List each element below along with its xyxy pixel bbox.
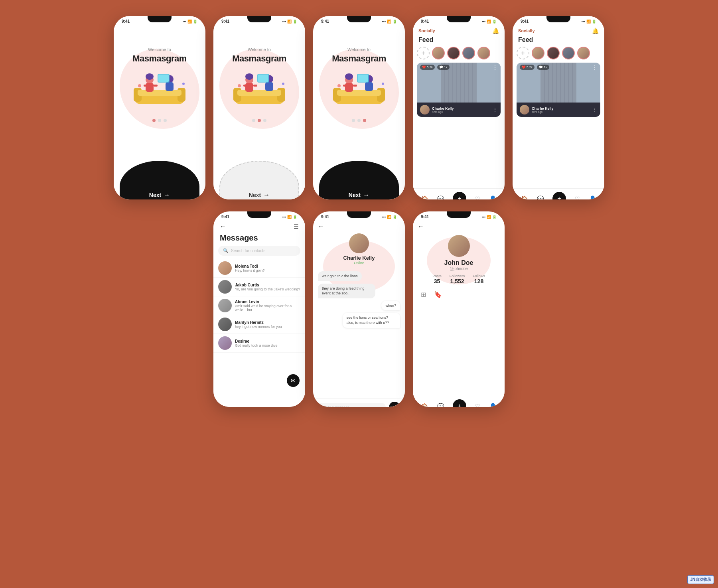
story-avatar-7[interactable] xyxy=(562,47,575,59)
contact-item-0[interactable]: Molena Todi Hey, how's it goin? xyxy=(213,259,305,278)
back-button-chat[interactable]: ← xyxy=(318,223,324,230)
phone-onboarding-1: 9:41 ▪▪▪ 📶 🔋 Welcome to Masmasgram xyxy=(114,16,205,199)
user-card-menu-2[interactable]: ⋮ xyxy=(592,107,597,112)
signal-icon-4: ▪▪▪ xyxy=(481,20,485,24)
next-arrow-1: → xyxy=(164,191,170,199)
status-bar-7: 9:41 ▪▪▪ 📶 🔋 xyxy=(313,211,405,221)
feed-screen-1: Socially 🔔 Feed + xyxy=(413,25,505,199)
status-icons-3: ▪▪▪ 📶 🔋 xyxy=(382,20,397,24)
wifi-icon-3: 📶 xyxy=(387,20,391,24)
svg-point-28 xyxy=(238,84,241,87)
home-icon-2[interactable]: 🏠 xyxy=(521,195,528,199)
phone-messages: 9:41 ▪▪▪ 📶 🔋 ← ☰ Messages 🔍 Search for c… xyxy=(213,211,305,407)
story-avatar-5[interactable] xyxy=(532,47,544,59)
home-icon-profile[interactable]: 🏠 xyxy=(421,403,428,407)
chat-header: ← xyxy=(313,221,405,232)
profile-icon-1[interactable]: 👤 xyxy=(489,195,496,199)
chat-input[interactable]: Write a message... xyxy=(318,403,386,407)
heart-icon-1[interactable]: ♡ xyxy=(475,195,480,199)
contact-item-3[interactable]: Marilyn Hernitz hey, I got new memes for… xyxy=(213,315,305,334)
chat-icon-1[interactable]: 💬 xyxy=(437,195,444,199)
onboarding-bottom-3: Next → xyxy=(313,161,405,199)
story-avatar-8[interactable] xyxy=(577,47,590,59)
dot-2 xyxy=(158,119,161,122)
status-bar-1: 9:41 ▪▪▪ 📶 🔋 xyxy=(114,16,205,25)
center-add-btn-2[interactable]: + xyxy=(552,192,566,199)
bell-icon-1[interactable]: 🔔 xyxy=(492,28,499,34)
contact-preview-2: Amir said we'd be staying over for a whi… xyxy=(235,304,300,312)
dots-2 xyxy=(252,119,266,122)
story-avatar-1[interactable] xyxy=(432,47,445,59)
heart-icon-profile[interactable]: ♡ xyxy=(475,403,480,407)
next-label-3: Next xyxy=(349,192,361,198)
messages-header: ← ☰ xyxy=(213,221,305,232)
story-avatar-4[interactable] xyxy=(477,47,490,59)
chat-icon-2[interactable]: 💬 xyxy=(537,195,544,199)
back-button-profile[interactable]: ← xyxy=(418,223,424,230)
svg-rect-5 xyxy=(146,83,154,92)
contact-item-4[interactable]: Desirae Got really took a nose dive xyxy=(213,334,305,353)
signal-icon-5: ▪▪▪ xyxy=(581,20,585,24)
bell-icon-2[interactable]: 🔔 xyxy=(592,28,599,34)
contact-item-1[interactable]: Jakob Curtis Yo, are you going to the Ja… xyxy=(213,278,305,296)
status-bar-3: 9:41 ▪▪▪ 📶 🔋 xyxy=(313,16,405,25)
heart-icon-2[interactable]: ♡ xyxy=(575,195,580,199)
illustration-3 xyxy=(327,68,391,112)
tab-bookmark[interactable]: 🔖 xyxy=(434,288,442,301)
post-menu-2[interactable]: ⋮ xyxy=(592,65,597,70)
wifi-icon-2: 📶 xyxy=(287,20,292,24)
feed-post-2: ❤️ 5.2k 💬 1k ⋮ Charlie Kelly 4hrs ago ⋮ xyxy=(517,63,600,117)
next-button-1[interactable]: Next → xyxy=(149,191,170,199)
profile-icon-2[interactable]: 👤 xyxy=(589,195,596,199)
contact-avatar-4 xyxy=(218,336,232,350)
next-label-2: Next xyxy=(249,192,261,198)
hamburger-icon[interactable]: ☰ xyxy=(294,223,299,230)
svg-rect-20 xyxy=(245,83,253,92)
home-icon-1[interactable]: 🏠 xyxy=(421,195,428,199)
chat-icon-profile[interactable]: 💬 xyxy=(437,403,444,407)
time-5: 9:41 xyxy=(521,19,529,24)
welcome-text: Welcome to xyxy=(148,47,171,52)
user-card-menu-1[interactable]: ⋮ xyxy=(493,107,497,112)
signal-icon-3: ▪▪▪ xyxy=(382,20,386,24)
add-story-btn-1[interactable]: + xyxy=(417,47,430,59)
bottom-phones-row: 9:41 ▪▪▪ 📶 🔋 ← ☰ Messages 🔍 Search for c… xyxy=(213,211,505,407)
msg-bubble-3: see the lions or sea lions? also, is mac… xyxy=(343,313,400,328)
msg-bubble-1: they are doing a feed thing event at the… xyxy=(318,284,375,298)
profile-grid xyxy=(455,301,463,357)
next-button-3[interactable]: Next → xyxy=(349,191,369,199)
story-avatar-2[interactable] xyxy=(447,47,460,59)
next-label-1: Next xyxy=(149,192,161,198)
notch-8 xyxy=(447,211,471,218)
send-button[interactable]: ➤ xyxy=(389,402,400,407)
contact-item-2[interactable]: Abram Levin Amir said we'd be staying ov… xyxy=(213,296,305,315)
status-icons-6: ▪▪▪ 📶 🔋 xyxy=(282,215,297,219)
notch-7 xyxy=(347,211,371,218)
add-story-btn-2[interactable]: + xyxy=(517,47,529,59)
stat-followers-value: 1,552 xyxy=(450,278,465,284)
back-button-messages[interactable]: ← xyxy=(220,223,226,230)
svg-rect-18 xyxy=(237,90,281,96)
fab-compose-btn[interactable]: ✉ xyxy=(287,374,300,387)
next-arrow-3: → xyxy=(363,191,369,199)
center-add-btn-profile[interactable]: + xyxy=(453,399,466,407)
profile-name: John Doe xyxy=(444,259,473,266)
contact-avatar-0 xyxy=(218,261,232,275)
dot-2-3 xyxy=(263,119,266,122)
dot-3-3 xyxy=(363,119,366,122)
profile-icon-profile[interactable]: 👤 xyxy=(489,403,496,407)
search-placeholder: Search for contacts xyxy=(231,249,265,253)
stat-posts-value: 35 xyxy=(432,278,442,284)
bottom-nav-profile: 🏠 💬 + ♡ 👤 xyxy=(413,396,505,407)
svg-rect-12 xyxy=(158,75,169,82)
center-add-btn-1[interactable]: + xyxy=(453,192,466,199)
tab-grid[interactable]: ⊞ xyxy=(421,288,426,301)
next-button-2[interactable]: Next → xyxy=(249,191,270,199)
story-avatar-6[interactable] xyxy=(547,47,560,59)
post-menu-1[interactable]: ⋮ xyxy=(493,65,497,70)
svg-rect-36 xyxy=(343,85,347,87)
search-box[interactable]: 🔍 Search for contacts xyxy=(218,246,300,256)
story-avatar-3[interactable] xyxy=(462,47,475,59)
stories-row-1: + xyxy=(413,45,505,61)
svg-rect-42 xyxy=(358,75,368,82)
